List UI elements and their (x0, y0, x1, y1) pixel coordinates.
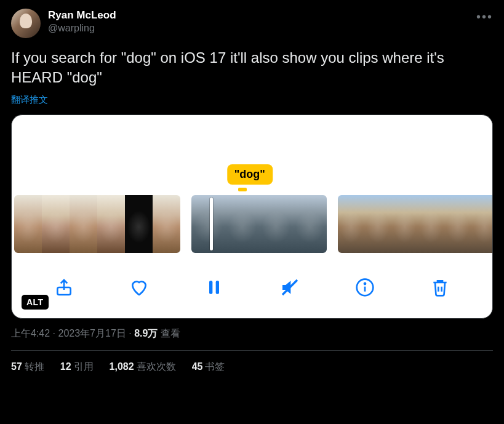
trash-icon[interactable] (429, 276, 451, 298)
avatar[interactable] (11, 9, 41, 38)
tweet-text: If you search for "dog" on iOS 17 it'll … (11, 48, 493, 88)
views-count: 8.9万 (134, 328, 158, 338)
tweet-stats: 57转推 12引用 1,082喜欢次数 45书签 (11, 351, 493, 374)
author-block[interactable]: Ryan McLeod @warpling (48, 9, 469, 35)
more-icon[interactable]: ••• (476, 9, 493, 24)
info-icon[interactable] (354, 276, 376, 298)
display-name: Ryan McLeod (48, 9, 469, 22)
clip-thumbnail[interactable] (191, 195, 327, 253)
mute-icon[interactable] (279, 276, 301, 298)
tweet-header: Ryan McLeod @warpling ••• (11, 9, 493, 38)
svg-rect-2 (216, 281, 219, 294)
retweets-stat[interactable]: 57转推 (11, 361, 44, 374)
playhead[interactable] (210, 198, 213, 250)
playhead-marker (238, 188, 247, 191)
handle: @warpling (48, 22, 469, 35)
pause-icon[interactable] (203, 276, 225, 298)
media-toolbar (12, 270, 492, 305)
tweet-time[interactable]: 上午4:42 (11, 328, 50, 338)
svg-rect-1 (209, 281, 212, 294)
views-label: 查看 (158, 328, 180, 338)
svg-point-6 (364, 283, 366, 284)
tweet-container: Ryan McLeod @warpling ••• If you search … (0, 0, 504, 374)
tweet-date[interactable]: 2023年7月17日 (58, 328, 126, 338)
quotes-stat[interactable]: 12引用 (60, 361, 94, 374)
clip-thumbnail[interactable] (338, 195, 493, 253)
tweet-meta: 上午4:42 · 2023年7月17日 · 8.9万 查看 (11, 327, 493, 351)
clip-thumbnail[interactable] (14, 195, 180, 253)
alt-badge[interactable]: ALT (22, 295, 49, 310)
heart-icon[interactable] (128, 276, 150, 298)
share-icon[interactable] (53, 276, 75, 298)
media-card[interactable]: "dog" (11, 114, 493, 319)
video-timeline[interactable] (12, 195, 492, 253)
translate-link[interactable]: 翻译推文 (11, 94, 48, 106)
search-term-tooltip: "dog" (227, 164, 273, 185)
bookmarks-stat[interactable]: 45书签 (192, 361, 225, 374)
likes-stat[interactable]: 1,082喜欢次数 (110, 361, 176, 374)
